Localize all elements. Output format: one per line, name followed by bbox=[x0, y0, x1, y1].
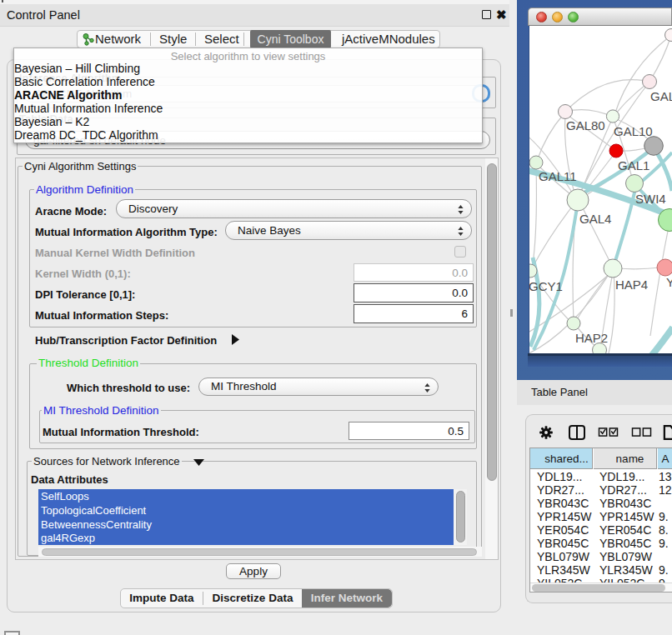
svg-text:Y: Y bbox=[666, 275, 672, 289]
svg-text:GAL80: GAL80 bbox=[566, 118, 605, 132]
svg-text:HAP4: HAP4 bbox=[615, 278, 648, 292]
svg-text:GAL1: GAL1 bbox=[618, 158, 649, 172]
svg-text:HAP2: HAP2 bbox=[575, 331, 608, 345]
svg-text:GAL4: GAL4 bbox=[579, 212, 611, 226]
svg-text:GCY1: GCY1 bbox=[529, 279, 563, 293]
svg-text:GAL11: GAL11 bbox=[539, 169, 577, 183]
svg-text:SWI4: SWI4 bbox=[635, 192, 666, 206]
svg-text:GAL8: GAL8 bbox=[650, 89, 672, 103]
svg-text:GAL10: GAL10 bbox=[614, 124, 653, 138]
